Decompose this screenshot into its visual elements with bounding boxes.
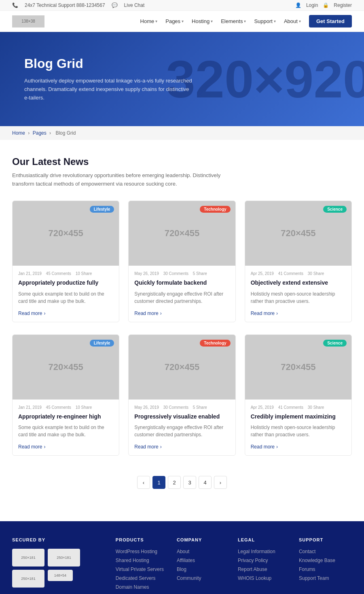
footer-link-affiliates[interactable]: Affiliates <box>177 558 230 563</box>
breadcrumb-sep2: › <box>49 130 52 136</box>
card-comments: 30 Comments <box>163 271 188 276</box>
footer-link-abuse[interactable]: Report Abuse <box>238 567 291 572</box>
card-title: Progressively visualize enabled <box>134 413 229 421</box>
card-body: Jan 21, 2019 45 Comments 10 Share Approp… <box>13 400 119 456</box>
card-badge: Technology <box>200 206 230 213</box>
footer-link-dedicated[interactable]: Dedicated Servers <box>116 575 169 581</box>
blog-card: 720×455 Technology May 26, 2019 30 Comme… <box>128 334 235 456</box>
card-badge: Lifestyle <box>90 206 114 213</box>
footer-company: COMPANY About Affiliates Blog Community <box>177 537 230 593</box>
blog-card: 720×455 Science Apr 25, 2019 41 Comments… <box>245 201 352 322</box>
card-badge: Technology <box>200 340 230 347</box>
footer-link-wp-hosting[interactable]: WordPress Hosting <box>116 549 169 554</box>
read-more-link[interactable]: Read more › <box>251 311 278 316</box>
chevron-down-icon: ▾ <box>211 19 213 23</box>
pagination-prev[interactable]: ‹ <box>137 476 150 489</box>
top-bar-left: 📞 24x7 Technical Support 888-1234567 💬 L… <box>12 2 144 8</box>
card-date: May 26, 2019 <box>134 271 159 276</box>
card-comments: 45 Comments <box>46 271 71 276</box>
pagination-page-3[interactable]: 3 <box>183 476 196 489</box>
footer: SECURED BY 250×181 250×181 250×181 148×5… <box>0 521 364 594</box>
phone-text: 24x7 Technical Support 888-1234567 <box>25 2 105 8</box>
phone-icon: 📞 <box>12 2 18 8</box>
read-more-link[interactable]: Read more › <box>18 311 45 316</box>
footer-link-vps[interactable]: Virtual Private Servers <box>116 567 169 572</box>
card-shares: 10 Share <box>76 271 92 276</box>
footer-link-shared-hosting[interactable]: Shared Hosting <box>116 558 169 563</box>
nav-pages[interactable]: Pages ▾ <box>165 18 184 24</box>
breadcrumb-sep: › <box>28 130 31 136</box>
card-date: May 26, 2019 <box>134 405 159 410</box>
card-text: Some quick example text to build on the … <box>18 424 113 438</box>
footer-link-privacy[interactable]: Privacy Policy <box>238 558 291 563</box>
footer-link-legal-info[interactable]: Legal Information <box>238 549 291 554</box>
card-shares: 30 Share <box>308 405 324 410</box>
logo: 138×38 <box>12 15 44 27</box>
pagination-page-2[interactable]: 2 <box>168 476 181 489</box>
footer-logo-1: 250×181 <box>12 549 44 567</box>
footer-link-whois[interactable]: WHOIS Lookup <box>238 575 291 581</box>
card-meta: Apr 25, 2019 41 Comments 30 Share <box>251 405 346 410</box>
nav-hosting[interactable]: Hosting ▾ <box>192 18 213 24</box>
nav-support[interactable]: Support ▾ <box>254 18 276 24</box>
footer-products-title: PRODUCTS <box>116 537 169 542</box>
read-more-link[interactable]: Read more › <box>18 444 45 450</box>
footer-company-title: COMPANY <box>177 537 230 542</box>
card-badge: Lifestyle <box>90 340 114 347</box>
breadcrumb-home[interactable]: Home <box>12 130 25 136</box>
footer-link-about[interactable]: About <box>177 549 230 554</box>
footer-link-blog[interactable]: Blog <box>177 567 230 572</box>
live-chat-link[interactable]: Live Chat <box>124 2 145 8</box>
blog-grid-row1: 720×455 Lifestyle Jan 21, 2019 45 Commen… <box>12 201 352 322</box>
card-text: Holisticly mesh open-source leadership r… <box>251 290 346 305</box>
lock-icon: 🔒 <box>323 2 329 8</box>
hero-description: Authoritatively deploy empowered total l… <box>24 77 194 102</box>
footer-link-contact[interactable]: Contact <box>299 549 352 554</box>
footer-link-forums[interactable]: Forums <box>299 567 352 572</box>
footer-link-kb[interactable]: Knowledge Base <box>299 558 352 563</box>
nav-about[interactable]: About ▾ <box>284 18 301 24</box>
pagination-page-1[interactable]: 1 <box>152 476 165 489</box>
pagination: ‹ 1 2 3 4 › <box>12 468 352 505</box>
card-image: 720×455 Technology <box>129 201 235 266</box>
register-link[interactable]: Register <box>334 2 352 8</box>
hero-bg-text: 320×920 <box>166 53 364 106</box>
blog-card: 720×455 Technology May 26, 2019 30 Comme… <box>128 201 235 322</box>
footer-link-community[interactable]: Community <box>177 575 230 581</box>
arrow-icon: › <box>160 311 162 316</box>
card-title: Quickly formulate backend <box>134 279 229 287</box>
card-comments: 41 Comments <box>278 405 303 410</box>
card-meta: May 26, 2019 30 Comments 5 Share <box>134 405 229 410</box>
breadcrumb-pages[interactable]: Pages <box>33 130 47 136</box>
card-title: Appropriately productize fully <box>18 279 113 287</box>
section-subtitle: Enthusiastically drive revolutionary opp… <box>12 171 222 188</box>
chevron-down-icon: ▾ <box>244 19 246 23</box>
card-body: Apr 25, 2019 41 Comments 30 Share Object… <box>245 266 351 322</box>
pagination-next[interactable]: › <box>214 476 227 489</box>
footer-logo-4: 148×54 <box>48 570 73 581</box>
breadcrumb-current: Blog Grid <box>55 130 76 136</box>
footer-link-domains[interactable]: Domain Names <box>116 584 169 590</box>
read-more-link[interactable]: Read more › <box>134 444 161 450</box>
nav-home[interactable]: Home ▾ <box>140 18 158 24</box>
card-body: May 26, 2019 30 Comments 5 Share Quickly… <box>129 266 235 322</box>
login-link[interactable]: Login <box>306 2 318 8</box>
read-more-link[interactable]: Read more › <box>134 311 161 316</box>
card-text: Synergistically engage effective ROI aft… <box>134 290 229 305</box>
card-meta: Jan 21, 2019 45 Comments 10 Share <box>18 405 113 410</box>
card-badge: Science <box>323 206 347 213</box>
card-meta: Jan 21, 2019 45 Comments 10 Share <box>18 271 113 276</box>
arrow-icon: › <box>276 444 278 450</box>
top-bar-right: 👤 Login 🔒 Register <box>295 2 352 8</box>
card-image: 720×455 Technology <box>129 335 235 400</box>
blog-grid-row2: 720×455 Lifestyle Jan 21, 2019 45 Commen… <box>12 334 352 456</box>
get-started-button[interactable]: Get Started <box>309 15 352 27</box>
blog-card: 720×455 Lifestyle Jan 21, 2019 45 Commen… <box>12 334 119 456</box>
main-content: Our Latest News Enthusiastically drive r… <box>0 140 364 521</box>
pagination-page-4[interactable]: 4 <box>199 476 212 489</box>
arrow-icon: › <box>276 311 278 316</box>
read-more-link[interactable]: Read more › <box>251 444 278 450</box>
card-shares: 30 Share <box>308 271 324 276</box>
nav-elements[interactable]: Elements ▾ <box>221 18 246 24</box>
footer-link-support-team[interactable]: Support Team <box>299 575 352 581</box>
